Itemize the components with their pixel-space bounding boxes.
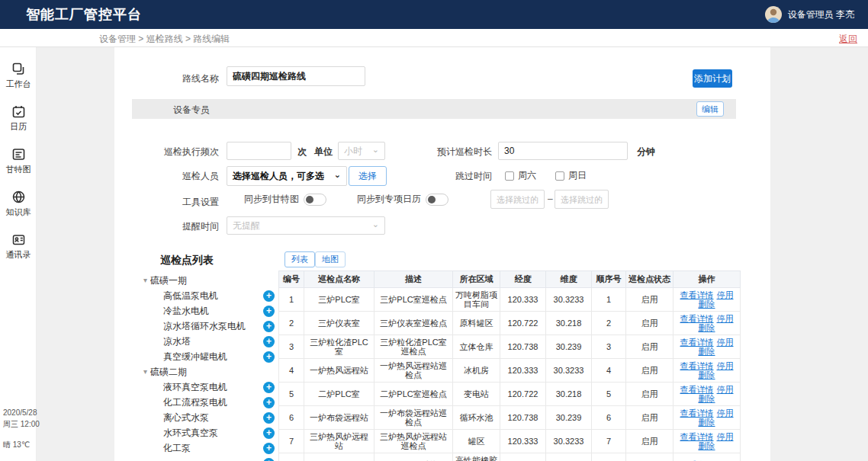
sidebar-item-contacts[interactable]: 通讯录 bbox=[0, 226, 37, 268]
view-detail-link[interactable]: 查看详情 bbox=[680, 290, 714, 299]
table-row: 2三炉仪表室三炉仪表室巡检点原料罐区120.72230.2182启用查看详情停用… bbox=[279, 312, 741, 335]
cell-order: 3 bbox=[592, 335, 626, 359]
remind-select[interactable]: 无提醒 ⌄ bbox=[227, 216, 385, 235]
chevron-down-icon: ⌄ bbox=[334, 170, 341, 180]
tree-group[interactable]: ▾硫磺二期 bbox=[143, 364, 275, 379]
column-header: 巡检点状态 bbox=[626, 271, 674, 288]
specialist-bar: 设备专员 编辑 bbox=[132, 99, 736, 119]
column-header: 经度 bbox=[500, 271, 546, 288]
cell-status: 启用 bbox=[626, 359, 674, 383]
cell-actions: 查看详情停用删除 bbox=[674, 406, 741, 430]
duration-label: 预计巡检时长 bbox=[437, 146, 492, 158]
disable-link[interactable]: 停用 bbox=[717, 338, 734, 347]
tree-item: 真空缓冲罐电机+ bbox=[143, 349, 275, 364]
view-detail-link[interactable]: 查看详情 bbox=[680, 432, 714, 441]
table-row: 7三炉热风炉远程站三炉热风炉远程站巡检点罐区120.33330.32337启用查… bbox=[279, 430, 741, 453]
sync-gantt-toggle[interactable] bbox=[304, 194, 326, 206]
chevron-down-icon: ⌄ bbox=[372, 145, 379, 155]
skip-end-input[interactable] bbox=[555, 190, 609, 209]
tree-item: 高低温泵电机+ bbox=[143, 288, 275, 303]
back-link[interactable]: 返回 bbox=[839, 33, 857, 46]
frequency-input[interactable] bbox=[227, 142, 291, 160]
sidebar-item-calendar[interactable]: 日历 bbox=[0, 98, 37, 140]
sidebar-item-knowledge[interactable]: 知识库 bbox=[0, 183, 37, 226]
add-point-button[interactable]: + bbox=[263, 412, 275, 424]
sidebar-item-workbench[interactable]: 工作台 bbox=[0, 55, 37, 98]
disable-link[interactable]: 停用 bbox=[717, 385, 734, 394]
tree-item-label: 液环真空泵电机 bbox=[163, 381, 227, 394]
cell-area: 冰机房 bbox=[453, 359, 500, 383]
sunday-checkbox[interactable]: 周日 bbox=[555, 169, 587, 182]
delete-link[interactable]: 删除 bbox=[699, 323, 715, 332]
delete-link[interactable]: 删除 bbox=[699, 370, 715, 379]
delete-link[interactable]: 删除 bbox=[699, 418, 715, 427]
route-name-input[interactable] bbox=[227, 66, 365, 86]
column-header: 操作 bbox=[674, 271, 741, 288]
delete-link[interactable]: 删除 bbox=[699, 347, 715, 356]
cell-no: 3 bbox=[279, 335, 304, 359]
caret-down-icon: ▾ bbox=[143, 368, 147, 376]
duration-unit: 分钟 bbox=[637, 146, 655, 158]
add-point-button[interactable]: + bbox=[263, 382, 275, 393]
cell-status: 启用 bbox=[626, 406, 674, 430]
delete-link[interactable]: 删除 bbox=[699, 394, 715, 403]
personnel-choose-button[interactable]: 选择 bbox=[349, 166, 387, 186]
disable-link[interactable]: 停用 bbox=[717, 432, 734, 441]
cell-desc: 三炉工程师站巡检点 bbox=[375, 453, 453, 461]
add-point-button[interactable]: + bbox=[263, 336, 275, 347]
disable-link[interactable]: 停用 bbox=[717, 314, 734, 323]
cell-order: 8 bbox=[592, 453, 626, 461]
add-point-button[interactable]: + bbox=[263, 321, 275, 332]
tree-item-label: 化工泵 bbox=[163, 442, 191, 455]
cell-area: 循环水池 bbox=[453, 406, 500, 430]
disable-link[interactable]: 停用 bbox=[717, 290, 734, 299]
tab-map[interactable]: 地图 bbox=[315, 251, 346, 267]
view-detail-link[interactable]: 查看详情 bbox=[680, 408, 714, 418]
add-point-button[interactable]: + bbox=[263, 351, 275, 363]
sync-calendar-toggle[interactable] bbox=[426, 194, 448, 206]
add-point-button[interactable]: + bbox=[263, 290, 275, 302]
personnel-select[interactable]: 选择巡检人员，可多选 ⌄ bbox=[227, 166, 347, 186]
view-detail-link[interactable]: 查看详情 bbox=[680, 385, 714, 394]
add-point-button[interactable]: + bbox=[263, 397, 275, 408]
sidebar-item-gantt[interactable]: 甘特图 bbox=[0, 140, 37, 183]
unit-select[interactable]: 小时 ⌄ bbox=[338, 142, 385, 160]
tree-group[interactable]: ▾硫磺一期 bbox=[143, 273, 275, 288]
disable-link[interactable]: 停用 bbox=[717, 408, 734, 418]
cell-status: 启用 bbox=[626, 453, 674, 461]
view-detail-link[interactable]: 查看详情 bbox=[680, 314, 714, 323]
cell-no: 1 bbox=[279, 288, 304, 312]
workbench-icon bbox=[12, 62, 25, 75]
delete-link[interactable]: 删除 bbox=[699, 441, 715, 450]
cell-status: 启用 bbox=[626, 312, 674, 335]
tree-item-label: 凉水塔 bbox=[163, 335, 191, 348]
user-area[interactable]: 设备管理员 李亮 bbox=[765, 0, 854, 29]
skip-start-input[interactable] bbox=[490, 190, 545, 209]
cell-no: 2 bbox=[279, 312, 304, 335]
skip-time-label: 跳过时间 bbox=[437, 170, 492, 183]
add-point-button[interactable]: + bbox=[263, 427, 275, 439]
points-table: 编号巡检点名称描述所在区域经度维度顺序号巡检点状态操作 1三炉PLC室三炉PLC… bbox=[278, 271, 741, 461]
delete-link[interactable]: 删除 bbox=[699, 299, 715, 309]
tree-item: 离心式水泵+ bbox=[143, 410, 275, 425]
contacts-icon bbox=[12, 233, 25, 246]
add-point-button[interactable]: + bbox=[263, 458, 275, 461]
add-point-button[interactable]: + bbox=[263, 443, 275, 454]
disable-link[interactable]: 停用 bbox=[717, 361, 734, 370]
tree-item: + bbox=[143, 456, 275, 461]
cell-area: 立体仓库 bbox=[453, 335, 500, 359]
sidebar-item-label: 甘特图 bbox=[6, 164, 31, 175]
add-point-button[interactable]: + bbox=[263, 306, 275, 317]
toggle-knob-icon bbox=[428, 196, 436, 203]
tab-list[interactable]: 列表 bbox=[285, 251, 315, 267]
saturday-checkbox[interactable]: 周六 bbox=[505, 169, 536, 182]
tree-item-label: 真空缓冲罐电机 bbox=[163, 351, 227, 363]
cell-lat: 30.239 bbox=[546, 335, 592, 359]
view-detail-link[interactable]: 查看详情 bbox=[680, 338, 714, 347]
edit-button[interactable]: 编辑 bbox=[696, 101, 724, 117]
duration-input[interactable] bbox=[498, 142, 628, 160]
column-header: 所在区域 bbox=[453, 271, 500, 288]
add-plan-button[interactable]: 添加计划 bbox=[693, 69, 732, 88]
view-detail-link[interactable]: 查看详情 bbox=[680, 361, 714, 370]
sidebar-footer: 2020/5/28 周三 12:00 晴 13℃ bbox=[0, 407, 37, 450]
